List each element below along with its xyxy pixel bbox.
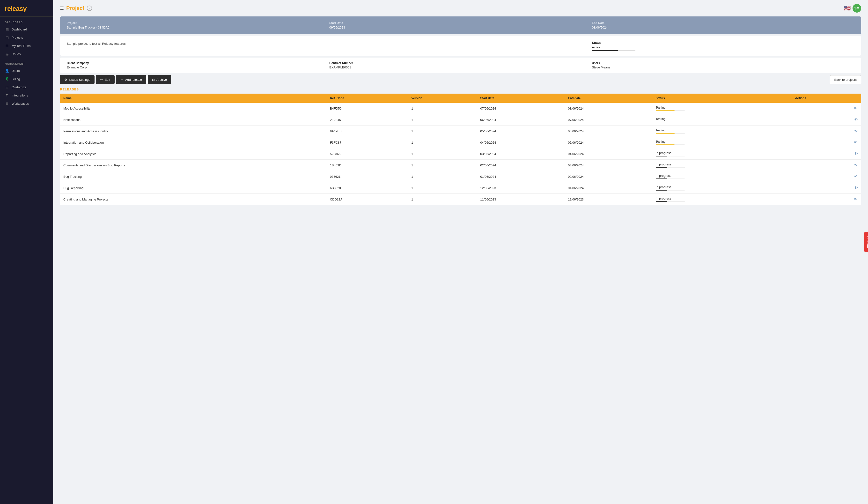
cell-start-date: 02/06/2024	[477, 160, 565, 171]
cell-status: In progress	[652, 160, 792, 171]
cell-start-date: 01/06/2024	[477, 171, 565, 182]
edit-icon: ✏	[100, 78, 103, 82]
status-progress-bar	[656, 110, 685, 111]
cell-version: 1	[408, 194, 477, 205]
cell-start-date: 07/06/2024	[477, 103, 565, 114]
cell-end-date: 12/06/2023	[565, 194, 652, 205]
cell-start-date: 06/06/2024	[477, 114, 565, 125]
client-company-col: Client Company Example Corp	[67, 61, 329, 69]
col-name: Name	[60, 94, 327, 103]
back-to-projects-button[interactable]: Back to projects	[830, 75, 861, 84]
sidebar-item-label-test-runs: My Test Runs	[12, 44, 31, 48]
cell-actions: 👁	[792, 148, 861, 160]
add-icon: ＋	[121, 78, 124, 82]
users-value: Steve Means	[592, 65, 855, 69]
status-badge: Testing	[656, 128, 788, 132]
hamburger-icon[interactable]: ☰	[60, 6, 64, 11]
view-icon[interactable]: 👁	[854, 163, 858, 167]
cell-version: 1	[408, 137, 477, 148]
archive-button[interactable]: ⊡ Archive	[148, 75, 171, 84]
status-badge: In progress	[656, 197, 788, 200]
add-release-button[interactable]: ＋ Add release	[116, 75, 146, 84]
releases-table-body: Mobile Accessibility B4FD50 1 07/06/2024…	[60, 103, 861, 205]
project-value: Sample Bug Tracker - 384DA6	[67, 25, 329, 29]
cell-version: 1	[408, 114, 477, 125]
cell-name: Creating and Managing Projects	[60, 194, 327, 205]
cell-name: Mobile Accessibility	[60, 103, 327, 114]
sidebar-item-projects[interactable]: ◫ Projects	[0, 33, 53, 42]
view-icon[interactable]: 👁	[854, 117, 858, 122]
issues-settings-button[interactable]: ⚙ Issues Settings	[60, 75, 94, 84]
table-row: Reporting and Analytics 522366 1 03/05/2…	[60, 148, 861, 160]
cell-version: 1	[408, 182, 477, 194]
end-date-label: End Date	[592, 21, 855, 25]
status-progress-fill	[656, 110, 674, 111]
topbar-right: 🇺🇸 SM	[844, 4, 861, 13]
sidebar-item-integrations[interactable]: ⚙ Integrations	[0, 91, 53, 100]
action-row: ⚙ Issues Settings ✏ Edit ＋ Add release ⊡…	[60, 75, 861, 84]
cell-status: Testing	[652, 114, 792, 125]
status-progress-fill	[656, 144, 674, 145]
cell-start-date: 12/06/2023	[477, 182, 565, 194]
sidebar-item-customize[interactable]: ⊟ Customize	[0, 83, 53, 91]
sidebar-item-users[interactable]: 👤 Users	[0, 66, 53, 75]
cell-name: Bug Reporting	[60, 182, 327, 194]
cell-name: Comments and Discussions on Bug Reports	[60, 160, 327, 171]
sidebar-item-my-test-runs[interactable]: ⊞ My Test Runs	[0, 42, 53, 50]
help-icon[interactable]: ?	[87, 6, 92, 11]
status-progress-fill	[656, 201, 667, 202]
sidebar-item-billing[interactable]: 💲 Billing	[0, 75, 53, 83]
sidebar-item-workspaces[interactable]: ⊞ Workspaces	[0, 100, 53, 107]
users-icon: 👤	[5, 69, 9, 73]
cell-version: 1	[408, 148, 477, 160]
view-icon[interactable]: 👁	[854, 152, 858, 156]
end-date-value: 08/06/2024	[592, 25, 855, 29]
sidebar-item-label-billing: Billing	[12, 77, 20, 81]
sidebar-item-label-workspaces: Workspaces	[12, 102, 29, 105]
sidebar-item-label-projects: Projects	[12, 36, 23, 39]
sidebar-item-issues[interactable]: ◎ Issues	[0, 50, 53, 58]
view-icon[interactable]: 👁	[854, 129, 858, 133]
project-meta-card: Client Company Example Corp Contract Num…	[60, 58, 861, 73]
cell-status: Testing	[652, 103, 792, 114]
edit-button[interactable]: ✏ Edit	[96, 75, 114, 84]
cell-name: Notifications	[60, 114, 327, 125]
status-badge: In progress	[656, 174, 788, 177]
project-description: Sample project to test all Releasy featu…	[67, 41, 592, 45]
releases-title: RELEASES	[60, 88, 861, 91]
cell-version: 1	[408, 103, 477, 114]
issues-icon: ◎	[5, 52, 9, 56]
topbar-left: ☰ Project ?	[60, 5, 92, 11]
users-col: Users Steve Means	[592, 61, 855, 69]
view-icon[interactable]: 👁	[854, 186, 858, 190]
view-icon[interactable]: 👁	[854, 140, 858, 144]
cell-actions: 👁	[792, 114, 861, 125]
sidebar-item-label-integrations: Integrations	[12, 94, 28, 97]
status-bar	[592, 50, 636, 51]
col-start-date: Start date	[477, 94, 565, 103]
status-badge: In progress	[656, 151, 788, 155]
cell-actions: 👁	[792, 182, 861, 194]
view-icon[interactable]: 👁	[854, 106, 858, 110]
sidebar-item-dashboard[interactable]: ▤ Dashboard	[0, 25, 53, 33]
cell-status: Testing	[652, 137, 792, 148]
cell-name: Bug Tracking	[60, 171, 327, 182]
cell-end-date: 03/06/2024	[565, 160, 652, 171]
project-label: Project	[67, 21, 329, 25]
client-company-value: Example Corp	[67, 65, 329, 69]
cell-status: In progress	[652, 148, 792, 160]
view-icon[interactable]: 👁	[854, 197, 858, 201]
status-progress-fill	[656, 190, 667, 191]
cell-status: In progress	[652, 194, 792, 205]
cell-ref-code: B4FD50	[327, 103, 408, 114]
tutorial-tab[interactable]: Tutorial	[864, 232, 868, 252]
view-icon[interactable]: 👁	[854, 174, 858, 178]
main-content: ☰ Project ? 🇺🇸 SM Project Sample Bug Tra…	[53, 0, 868, 504]
status-progress-bar	[656, 122, 685, 122]
project-status-col: Status Active	[592, 41, 855, 51]
avatar[interactable]: SM	[852, 4, 861, 13]
workspaces-icon: ⊞	[5, 102, 9, 105]
cell-end-date: 04/06/2024	[565, 148, 652, 160]
cell-actions: 👁	[792, 160, 861, 171]
table-row: Notifications 2E2345 1 06/06/2024 07/06/…	[60, 114, 861, 125]
